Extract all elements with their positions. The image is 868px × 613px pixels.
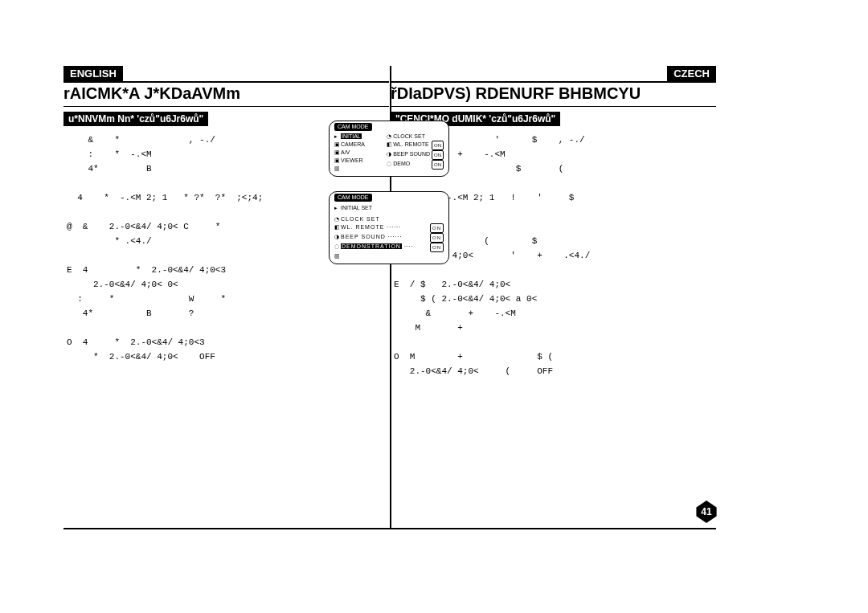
menu1-col2-1: WL. REMOTE bbox=[393, 141, 428, 147]
camera-icon: ▣ bbox=[334, 141, 341, 149]
lang-tag-right: CZECH bbox=[667, 66, 716, 81]
remote-icon: ◧ bbox=[334, 223, 341, 231]
viewer-icon: ▣ bbox=[334, 157, 341, 165]
menu2-row3: DEMONSTRATION bbox=[341, 243, 402, 249]
menu1-col1-3: VIEWER bbox=[341, 157, 363, 163]
lang-tag-left: ENGLISH bbox=[63, 66, 123, 81]
page-frame: ENGLISH rAICMK*A J*KDaAVMm u*NNVMm Nn* '… bbox=[63, 66, 716, 529]
left-page-title: rAICMK*A J*KDaAVMm bbox=[63, 84, 389, 107]
menu-illustrations: CAM MODE ▸INITIAL ▣CAMERA ▣A/V ▣VIEWER ▥… bbox=[329, 121, 449, 279]
menu-box-2: CAM MODE ▸INITIAL SET ◔CLOCK SET ◧WL. RE… bbox=[329, 191, 449, 264]
menu1-state-1: ON bbox=[432, 141, 444, 150]
menu1-state-3: ON bbox=[432, 160, 444, 170]
menu2-state1: ON bbox=[430, 223, 444, 233]
menu1-title: CAM MODE bbox=[334, 123, 372, 131]
page-number-badge: 41 bbox=[695, 501, 718, 523]
menu1-col1-2: A/V bbox=[341, 149, 350, 155]
return-icon: ▥ bbox=[334, 252, 341, 260]
cursor-icon: ▸ bbox=[334, 204, 341, 212]
menu1-col2-0: CLOCK SET bbox=[393, 133, 425, 139]
menu2-row2: BEEP SOUND bbox=[341, 234, 386, 239]
menu1-col1-1: CAMERA bbox=[341, 141, 365, 147]
menu2-state3: ON bbox=[430, 243, 444, 252]
demo-icon: ◌ bbox=[334, 243, 341, 251]
menu-box-1: CAM MODE ▸INITIAL ▣CAMERA ▣A/V ▣VIEWER ▥… bbox=[329, 121, 449, 177]
av-icon: ▣ bbox=[334, 149, 341, 157]
left-subhead: u*NNVMm Nn* 'czů"u6Jr6wů" bbox=[63, 112, 208, 126]
menu1-col2-3: DEMO bbox=[393, 161, 410, 166]
menu2-row0: CLOCK SET bbox=[341, 216, 380, 222]
clock-icon: ◔ bbox=[334, 215, 341, 223]
menu1-state-2: ON bbox=[432, 150, 444, 160]
dots: ···· bbox=[404, 243, 414, 249]
return-icon: ▥ bbox=[334, 165, 341, 173]
menu2-title: CAM MODE bbox=[334, 194, 372, 202]
menu1-col2-2: BEEP SOUND bbox=[393, 151, 430, 157]
menu1-col1-0: INITIAL bbox=[341, 133, 362, 139]
cursor-icon: ▸ bbox=[334, 133, 341, 141]
menu2-state2: ON bbox=[430, 233, 444, 243]
right-page-title: řDIaDPVS) RDENURF BHBMCYU bbox=[391, 84, 716, 107]
dots: ······ bbox=[388, 234, 403, 239]
dots: ······ bbox=[387, 224, 401, 230]
menu2-sub: INITIAL SET bbox=[341, 205, 372, 210]
beep-icon: ◑ bbox=[334, 233, 341, 241]
menu2-row1: WL. REMOTE bbox=[341, 224, 384, 230]
